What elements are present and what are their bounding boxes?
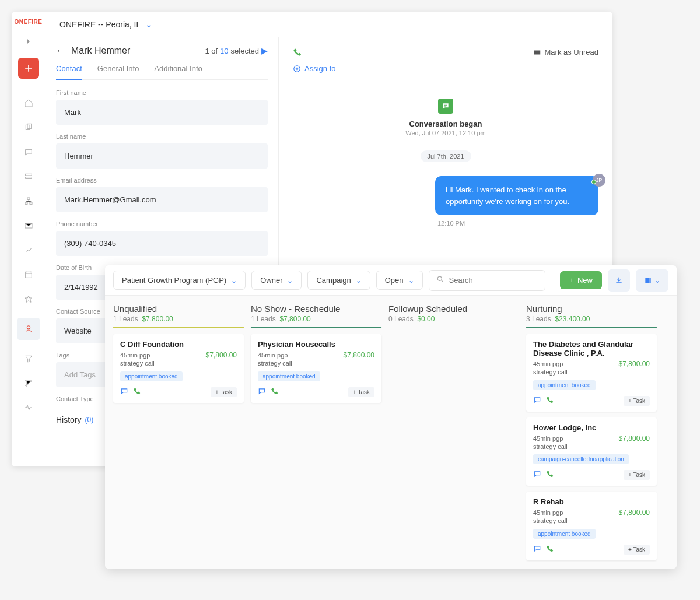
view-toggle-button[interactable]: ⌄ <box>636 269 668 292</box>
chevron-down-icon: ⌄ <box>145 20 152 29</box>
nav-star[interactable] <box>23 293 34 305</box>
column-subtitle: 1 Leads $7,800.00 <box>251 315 382 323</box>
new-label: New <box>578 276 593 285</box>
tab-additional[interactable]: Additional Info <box>154 64 202 79</box>
card-title: Physician Housecalls <box>258 340 374 349</box>
column-subtitle: 3 Leads $23,400.00 <box>526 315 657 323</box>
svg-point-15 <box>438 276 442 280</box>
nav-activity[interactable] <box>23 402 34 413</box>
card-call-button[interactable] <box>546 396 554 406</box>
nav-org[interactable] <box>23 195 34 207</box>
phone-icon <box>293 48 302 57</box>
avatar-initials: JP <box>596 177 603 183</box>
filter-owner-label: Owner <box>260 276 282 285</box>
nav-list[interactable] <box>23 171 34 183</box>
call-button[interactable] <box>293 48 335 59</box>
tab-contact[interactable]: Contact <box>56 64 82 80</box>
card-price: $7,800.00 <box>619 508 650 517</box>
card-call-button[interactable] <box>546 545 554 555</box>
filter-status-label: Open <box>385 276 404 285</box>
nav-analytics[interactable] <box>23 244 34 256</box>
search-input[interactable] <box>449 276 547 285</box>
card-add-task-button[interactable]: + Task <box>348 387 374 397</box>
new-button[interactable]: + New <box>560 271 602 289</box>
nav-copies[interactable] <box>23 122 34 134</box>
filter-owner[interactable]: Owner ⌄ <box>251 271 302 290</box>
kanban-card[interactable]: The Diabetes and Glandular Disease Clini… <box>526 334 657 412</box>
nav-chat[interactable] <box>23 146 34 158</box>
contact-tabs: Contact General Info Additional Info <box>56 64 268 80</box>
svg-point-9 <box>27 326 30 329</box>
kanban-card[interactable]: Physician Housecalls 45min pgpstrategy c… <box>251 334 382 403</box>
branch-icon <box>24 378 33 388</box>
mark-unread-button[interactable]: Mark as Unread <box>533 48 598 57</box>
plus-icon <box>23 62 34 74</box>
svg-rect-3 <box>25 177 32 179</box>
online-indicator <box>592 180 596 184</box>
tab-general[interactable]: General Info <box>97 64 139 79</box>
kanban-column: Unqualified 1 Leads $7,800.00 C Diff Fou… <box>113 304 244 560</box>
add-button[interactable] <box>18 58 39 79</box>
person-icon <box>24 324 33 334</box>
columns-icon <box>644 276 652 285</box>
nav-home[interactable] <box>23 97 34 109</box>
column-subtitle: 0 Leads $0.00 <box>388 315 519 323</box>
card-add-task-button[interactable]: + Task <box>624 470 650 480</box>
filter-program[interactable]: Patient Growth Program (PGP) ⌄ <box>113 271 246 290</box>
column-subtitle: 1 Leads $7,800.00 <box>113 315 244 323</box>
svg-rect-5 <box>25 202 27 204</box>
email-field[interactable] <box>56 187 268 212</box>
kanban-card[interactable]: C Diff Foundation 45min pgpstrategy call… <box>113 334 244 403</box>
svg-rect-18 <box>649 278 650 282</box>
card-call-button[interactable] <box>546 470 554 480</box>
kanban-search[interactable] <box>429 270 545 291</box>
card-meta: 45min pgpstrategy call <box>120 351 155 368</box>
assign-label: Assign to <box>304 64 335 73</box>
card-chat-button[interactable] <box>533 545 541 555</box>
card-add-task-button[interactable]: + Task <box>624 545 650 555</box>
column-title: Followup Scheduled <box>388 304 519 314</box>
back-arrow-icon[interactable]: ← <box>56 45 65 56</box>
nav-mail[interactable] <box>23 220 34 231</box>
org-selector[interactable]: ONEFIRE -- Peoria, IL ⌄ <box>46 12 612 37</box>
kanban-card[interactable]: Hower Lodge, Inc 45min pgpstrategy call … <box>526 417 657 486</box>
chat-icon <box>24 148 33 157</box>
nav-branch[interactable] <box>23 377 34 389</box>
contact-name: Mark Hemmer <box>71 45 130 56</box>
kanban-board: Unqualified 1 Leads $7,800.00 C Diff Fou… <box>105 296 677 569</box>
nav-contacts[interactable] <box>18 318 40 340</box>
card-chat-button[interactable] <box>533 470 541 480</box>
card-call-button[interactable] <box>271 387 279 397</box>
first-name-label: First name <box>56 89 268 96</box>
svg-rect-6 <box>30 202 32 204</box>
assign-button[interactable]: Assign to <box>293 64 335 73</box>
nav-filter[interactable] <box>23 353 34 364</box>
filter-status[interactable]: Open ⌄ <box>376 271 423 290</box>
card-action-icons <box>258 387 279 397</box>
card-chat-button[interactable] <box>120 387 128 397</box>
pager-total: 10 <box>220 47 228 55</box>
phone-field[interactable] <box>56 231 268 256</box>
card-call-button[interactable] <box>133 387 141 397</box>
card-chat-button[interactable] <box>258 387 266 397</box>
mark-unread-label: Mark as Unread <box>545 48 598 57</box>
first-name-field[interactable] <box>56 100 268 125</box>
plus-circle-icon <box>293 65 301 73</box>
nav-calendar[interactable] <box>23 269 34 280</box>
sidebar: ONEFIRE <box>12 12 46 466</box>
card-chat-button[interactable] <box>533 396 541 406</box>
pager-next-icon[interactable]: ▶ <box>261 46 268 55</box>
mail-icon <box>24 221 33 230</box>
card-add-task-button[interactable]: + Task <box>624 396 650 406</box>
download-button[interactable] <box>608 269 630 292</box>
conversation-began-date: Wed, Jul 07 2021, 12:10 pm <box>293 129 598 136</box>
collapse-sidebar-button[interactable] <box>22 34 36 48</box>
last-name-field[interactable] <box>56 143 268 169</box>
calendar-icon <box>24 270 33 279</box>
column-title: No Show - Reschedule <box>251 304 382 314</box>
filter-campaign[interactable]: Campaign ⌄ <box>307 271 370 290</box>
card-add-task-button[interactable]: + Task <box>211 387 237 397</box>
card-action-icons <box>120 387 141 397</box>
kanban-card[interactable]: R Rehab 45min pgpstrategy call $7,800.00… <box>526 492 657 560</box>
history-label: History <box>56 415 82 424</box>
